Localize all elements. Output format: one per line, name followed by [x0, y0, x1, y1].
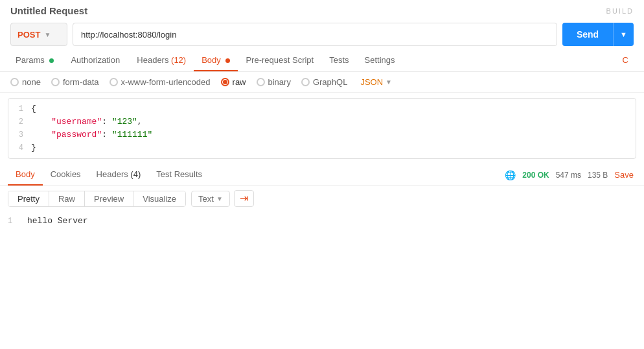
option-urlencoded[interactable]: x-www-form-urlencoded: [109, 77, 211, 87]
line-content-1: {: [31, 102, 36, 115]
tab-body[interactable]: Body: [194, 50, 238, 71]
tab-settings[interactable]: Settings: [357, 50, 403, 71]
type-chevron-icon: ▼: [216, 195, 223, 202]
radio-none[interactable]: [10, 78, 19, 86]
line-content-4: }: [31, 141, 36, 154]
tab-cookies-response[interactable]: C: [615, 50, 636, 71]
response-time: 547 ms: [556, 171, 581, 180]
radio-binary[interactable]: [257, 78, 265, 86]
response-tab-cookies-label: Cookies: [51, 169, 81, 179]
tab-cookies-label: C: [623, 55, 628, 65]
response-size: 135 B: [588, 171, 608, 180]
code-line-3: 3 "password": "111111": [8, 128, 636, 141]
response-status: 200 OK: [522, 171, 549, 180]
option-graphql[interactable]: GraphQL: [301, 77, 347, 87]
option-graphql-label: GraphQL: [313, 77, 347, 87]
format-chevron-icon: ▼: [385, 78, 392, 86]
radio-graphql[interactable]: [301, 78, 310, 86]
radio-raw-inner: [223, 80, 227, 84]
tab-authorization[interactable]: Authorization: [62, 50, 129, 71]
radio-urlencoded[interactable]: [109, 78, 118, 86]
tab-prerequest[interactable]: Pre-request Script: [238, 50, 321, 71]
url-bar: POST ▼ Send ▼: [0, 19, 644, 50]
send-dropdown-button[interactable]: ▼: [613, 23, 634, 46]
tab-settings-label: Settings: [365, 55, 395, 65]
option-binary-label: binary: [268, 77, 291, 87]
response-format-group: Pretty Raw Preview Visualize: [8, 191, 186, 207]
fmt-raw-button[interactable]: Raw: [49, 191, 85, 206]
tab-params-label: Params: [16, 55, 45, 65]
tab-headers[interactable]: Headers (12): [129, 50, 194, 71]
response-body-area: 1 hello Server: [0, 211, 644, 232]
line-num-3: 3: [8, 128, 31, 141]
response-format-row: Pretty Raw Preview Visualize Text ▼ ⇥: [0, 186, 644, 211]
save-response-link[interactable]: Save: [614, 170, 634, 180]
response-tab-body[interactable]: Body: [8, 164, 43, 186]
build-label: BUILD: [606, 7, 634, 15]
option-none[interactable]: none: [10, 77, 41, 87]
send-button[interactable]: Send: [562, 23, 613, 46]
fmt-pretty-button[interactable]: Pretty: [8, 191, 49, 206]
globe-icon: 🌐: [505, 170, 516, 180]
response-tab-body-label: Body: [16, 169, 35, 179]
response-type-label: Text: [198, 194, 214, 204]
response-tabs-left: Body Cookies Headers (4) Test Results: [8, 164, 210, 186]
response-tab-headers-label: Headers: [97, 169, 131, 179]
line-num-2: 2: [8, 115, 31, 128]
line-content-2: "username": "123",: [31, 115, 143, 128]
response-tab-test-results-label: Test Results: [156, 169, 202, 179]
method-label: POST: [17, 30, 40, 40]
method-chevron-icon: ▼: [44, 31, 51, 38]
send-button-group: Send ▼: [562, 23, 634, 46]
tab-tests[interactable]: Tests: [321, 50, 356, 71]
option-urlencoded-label: x-www-form-urlencoded: [121, 77, 211, 87]
tab-headers-label: Headers: [137, 55, 171, 65]
tab-headers-count: (12): [171, 55, 186, 65]
type-select-box[interactable]: Text ▼: [191, 191, 230, 207]
resp-content-1: hello Server: [27, 215, 88, 228]
line-num-4: 4: [8, 141, 31, 154]
fmt-visualize-button[interactable]: Visualize: [133, 191, 185, 206]
format-label: JSON: [360, 77, 383, 87]
url-input[interactable]: [73, 23, 557, 46]
body-options-row: none form-data x-www-form-urlencoded raw…: [0, 72, 644, 93]
resp-line-num-1: 1: [8, 215, 27, 228]
format-select[interactable]: JSON ▼: [360, 77, 392, 87]
option-binary[interactable]: binary: [257, 77, 291, 87]
line-content-3: "password": "111111": [31, 128, 152, 141]
body-dot: [225, 58, 230, 63]
fmt-preview-button[interactable]: Preview: [85, 191, 133, 206]
option-none-label: none: [22, 77, 41, 87]
response-line-1: 1 hello Server: [8, 215, 636, 228]
method-select[interactable]: POST ▼: [10, 23, 67, 46]
code-editor[interactable]: 1 { 2 "username": "123", 3 "password": "…: [8, 98, 636, 159]
tab-authorization-label: Authorization: [71, 55, 120, 65]
radio-raw[interactable]: [221, 78, 229, 86]
response-tab-cookies[interactable]: Cookies: [43, 164, 89, 186]
tab-body-label: Body: [201, 55, 221, 65]
response-meta: 🌐 200 OK 547 ms 135 B Save: [502, 170, 636, 180]
option-raw[interactable]: raw: [221, 77, 246, 87]
option-form-data-label: form-data: [63, 77, 99, 87]
page-title: Untitled Request: [10, 5, 87, 16]
response-headers-count: (4): [130, 169, 141, 179]
option-raw-label: raw: [233, 77, 246, 87]
response-tabs-row: Body Cookies Headers (4) Test Results 🌐 …: [0, 164, 644, 186]
params-dot: [49, 58, 54, 63]
wrap-button[interactable]: ⇥: [234, 190, 254, 207]
option-form-data[interactable]: form-data: [51, 77, 99, 87]
code-line-1: 1 {: [8, 102, 636, 115]
request-tabs-row: Params Authorization Headers (12) Body P…: [0, 50, 644, 72]
top-bar: Untitled Request BUILD: [0, 0, 644, 19]
response-tab-headers[interactable]: Headers (4): [89, 164, 149, 186]
tab-tests-label: Tests: [329, 55, 349, 65]
wrap-icon: ⇥: [240, 193, 248, 204]
code-line-2: 2 "username": "123",: [8, 115, 636, 128]
radio-form-data[interactable]: [51, 78, 60, 86]
code-line-4: 4 }: [8, 141, 636, 154]
response-tab-test-results[interactable]: Test Results: [148, 164, 210, 186]
line-num-1: 1: [8, 102, 31, 115]
tab-prerequest-label: Pre-request Script: [246, 55, 314, 65]
tab-params[interactable]: Params: [8, 50, 62, 71]
